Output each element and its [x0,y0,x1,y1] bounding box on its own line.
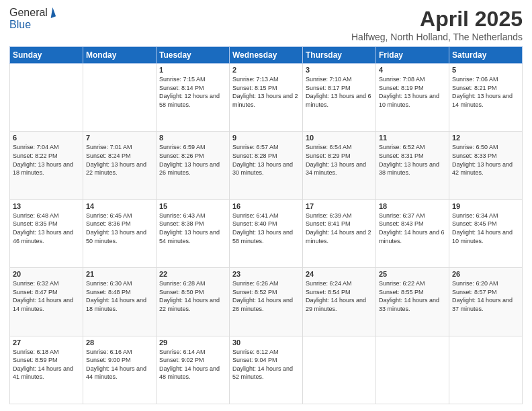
day-number: 22 [159,270,226,278]
title-location: Halfweg, North Holland, The Netherlands [351,32,523,42]
calendar-week-row: 20Sunrise: 6:32 AM Sunset: 8:47 PM Dayli… [10,268,523,336]
day-number: 30 [232,338,300,347]
calendar-cell: 19Sunrise: 6:34 AM Sunset: 8:45 PM Dayli… [449,199,523,267]
day-info: Sunrise: 6:22 AM Sunset: 8:55 PM Dayligh… [379,279,446,313]
calendar-cell: 11Sunrise: 6:52 AM Sunset: 8:31 PM Dayli… [376,132,449,199]
day-info: Sunrise: 6:39 AM Sunset: 8:41 PM Dayligh… [306,212,373,245]
calendar-cell: 24Sunrise: 6:24 AM Sunset: 8:54 PM Dayli… [303,268,376,336]
calendar-header-row: SundayMondayTuesdayWednesdayThursdayFrid… [10,47,523,64]
day-number: 19 [452,202,519,210]
day-number: 11 [379,134,446,142]
calendar-cell: 21Sunrise: 6:30 AM Sunset: 8:48 PM Dayli… [83,268,157,336]
calendar-cell: 28Sunrise: 6:16 AM Sunset: 9:00 PM Dayli… [83,336,157,404]
day-number: 13 [13,202,80,210]
day-info: Sunrise: 6:57 AM Sunset: 8:28 PM Dayligh… [232,143,300,177]
calendar-day-header: Monday [83,47,157,64]
day-number: 27 [13,338,80,347]
day-number: 23 [232,270,300,278]
calendar-cell: 30Sunrise: 6:12 AM Sunset: 9:04 PM Dayli… [230,336,303,404]
calendar-day-header: Thursday [303,47,376,64]
calendar-cell: 13Sunrise: 6:48 AM Sunset: 8:35 PM Dayli… [10,199,83,267]
day-info: Sunrise: 6:54 AM Sunset: 8:29 PM Dayligh… [306,143,373,177]
day-number: 20 [13,270,80,278]
calendar-cell [303,336,376,404]
calendar-week-row: 13Sunrise: 6:48 AM Sunset: 8:35 PM Dayli… [10,199,523,267]
calendar-cell: 14Sunrise: 6:45 AM Sunset: 8:36 PM Dayli… [83,199,157,267]
day-number: 18 [379,202,446,210]
calendar-cell: 17Sunrise: 6:39 AM Sunset: 8:41 PM Dayli… [303,199,376,267]
calendar-cell: 2Sunrise: 7:13 AM Sunset: 8:15 PM Daylig… [230,64,303,132]
day-number: 3 [306,66,373,74]
day-number: 8 [159,134,226,142]
day-info: Sunrise: 7:10 AM Sunset: 8:17 PM Dayligh… [306,75,373,109]
calendar-day-header: Tuesday [157,47,230,64]
calendar-cell [449,336,523,404]
day-info: Sunrise: 7:06 AM Sunset: 8:21 PM Dayligh… [452,75,519,109]
calendar-cell [83,64,157,132]
day-number: 1 [159,66,226,74]
day-info: Sunrise: 7:04 AM Sunset: 8:22 PM Dayligh… [13,143,80,177]
calendar-week-row: 6Sunrise: 7:04 AM Sunset: 8:22 PM Daylig… [10,132,523,199]
calendar-cell: 8Sunrise: 6:59 AM Sunset: 8:26 PM Daylig… [157,132,230,199]
calendar-day-header: Sunday [10,47,83,64]
day-number: 9 [232,134,300,142]
calendar-table: SundayMondayTuesdayWednesdayThursdayFrid… [9,46,523,404]
calendar-cell: 22Sunrise: 6:28 AM Sunset: 8:50 PM Dayli… [157,268,230,336]
day-info: Sunrise: 6:59 AM Sunset: 8:26 PM Dayligh… [159,143,226,177]
calendar-cell: 18Sunrise: 6:37 AM Sunset: 8:43 PM Dayli… [376,199,449,267]
day-number: 5 [452,66,519,74]
calendar-cell: 9Sunrise: 6:57 AM Sunset: 8:28 PM Daylig… [230,132,303,199]
calendar-cell: 26Sunrise: 6:20 AM Sunset: 8:57 PM Dayli… [449,268,523,336]
day-info: Sunrise: 7:01 AM Sunset: 8:24 PM Dayligh… [86,143,153,177]
title-month: April 2025 [351,7,523,32]
day-number: 14 [86,202,153,210]
day-info: Sunrise: 6:16 AM Sunset: 9:00 PM Dayligh… [86,348,153,381]
day-info: Sunrise: 6:12 AM Sunset: 9:04 PM Dayligh… [232,348,300,381]
day-number: 15 [159,202,226,210]
logo-general: General [9,7,48,19]
calendar-cell [376,336,449,404]
day-number: 10 [306,134,373,142]
calendar-cell: 12Sunrise: 6:50 AM Sunset: 8:33 PM Dayli… [449,132,523,199]
calendar-cell: 10Sunrise: 6:54 AM Sunset: 8:29 PM Dayli… [303,132,376,199]
day-number: 12 [452,134,519,142]
day-info: Sunrise: 6:28 AM Sunset: 8:50 PM Dayligh… [159,279,226,313]
day-info: Sunrise: 6:45 AM Sunset: 8:36 PM Dayligh… [86,212,153,245]
day-number: 16 [232,202,300,210]
day-info: Sunrise: 6:43 AM Sunset: 8:38 PM Dayligh… [159,212,226,245]
day-info: Sunrise: 6:32 AM Sunset: 8:47 PM Dayligh… [13,279,80,313]
calendar-week-row: 27Sunrise: 6:18 AM Sunset: 8:59 PM Dayli… [10,336,523,404]
calendar-week-row: 1Sunrise: 7:15 AM Sunset: 8:14 PM Daylig… [10,64,523,132]
calendar-cell: 1Sunrise: 7:15 AM Sunset: 8:14 PM Daylig… [157,64,230,132]
calendar-cell: 15Sunrise: 6:43 AM Sunset: 8:38 PM Dayli… [157,199,230,267]
day-info: Sunrise: 6:52 AM Sunset: 8:31 PM Dayligh… [379,143,446,177]
day-number: 7 [86,134,153,142]
day-number: 21 [86,270,153,278]
calendar-day-header: Wednesday [230,47,303,64]
day-number: 4 [379,66,446,74]
calendar-cell: 7Sunrise: 7:01 AM Sunset: 8:24 PM Daylig… [83,132,157,199]
header: General Blue April 2025 Halfweg, North H… [9,7,523,42]
logo: General Blue [9,7,54,31]
day-info: Sunrise: 6:34 AM Sunset: 8:45 PM Dayligh… [452,212,519,245]
calendar-cell: 6Sunrise: 7:04 AM Sunset: 8:22 PM Daylig… [10,132,83,199]
day-number: 6 [13,134,80,142]
calendar-cell: 23Sunrise: 6:26 AM Sunset: 8:52 PM Dayli… [230,268,303,336]
day-info: Sunrise: 6:26 AM Sunset: 8:52 PM Dayligh… [232,279,300,313]
day-number: 2 [232,66,300,74]
day-info: Sunrise: 7:15 AM Sunset: 8:14 PM Dayligh… [159,75,226,109]
logo-icon [48,7,56,18]
day-number: 24 [306,270,373,278]
title-area: April 2025 Halfweg, North Holland, The N… [351,7,523,42]
day-info: Sunrise: 6:41 AM Sunset: 8:40 PM Dayligh… [232,212,300,245]
day-number: 25 [379,270,446,278]
day-number: 26 [452,270,519,278]
logo-blue: Blue [9,19,31,31]
calendar-cell: 3Sunrise: 7:10 AM Sunset: 8:17 PM Daylig… [303,64,376,132]
day-info: Sunrise: 7:13 AM Sunset: 8:15 PM Dayligh… [232,75,300,109]
calendar-cell: 5Sunrise: 7:06 AM Sunset: 8:21 PM Daylig… [449,64,523,132]
day-number: 28 [86,338,153,347]
day-info: Sunrise: 6:24 AM Sunset: 8:54 PM Dayligh… [306,279,373,313]
day-info: Sunrise: 6:20 AM Sunset: 8:57 PM Dayligh… [452,279,519,313]
calendar-cell [10,64,83,132]
